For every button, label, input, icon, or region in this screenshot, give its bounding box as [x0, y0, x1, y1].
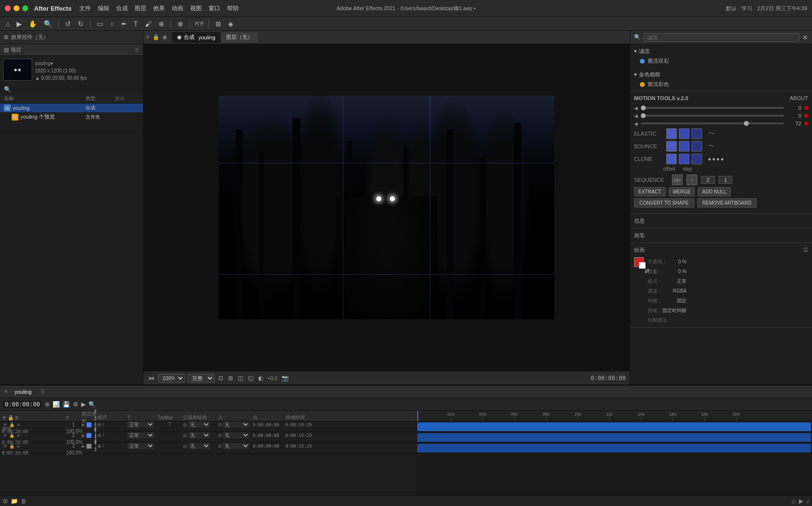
seq-value-2[interactable] — [719, 176, 732, 184]
layer-lock-2[interactable]: 🔓 — [9, 433, 15, 438]
filter-close-btn[interactable]: ✕ — [802, 34, 808, 41]
seq-icon-1[interactable]: ▷▷ — [672, 174, 683, 185]
slider-thumb-3[interactable] — [744, 121, 749, 126]
menu-window[interactable]: 窗口 — [209, 4, 220, 13]
menu-composition[interactable]: 合成 — [116, 4, 128, 13]
layer-eye-2[interactable]: 👁 — [2, 433, 8, 438]
tl-render-btn[interactable]: ▶ — [81, 401, 86, 408]
extract-btn[interactable]: EXTRACT — [634, 187, 666, 196]
switch-fx-1[interactable]: / — [103, 422, 104, 427]
paint-duration-value[interactable]: 固定时间帧 — [662, 306, 687, 315]
slider-track-3[interactable] — [641, 122, 784, 124]
filter-section-header-2[interactable]: ▾ 金色相框 — [634, 70, 808, 80]
tl-folder-btn[interactable]: 📁 — [11, 498, 18, 505]
seq-icon-2[interactable]: ↕ — [687, 174, 697, 185]
bounce-btn-1[interactable] — [666, 141, 677, 152]
paint-material-value[interactable]: 固定 — [677, 297, 687, 305]
maximize-button[interactable] — [22, 5, 28, 11]
slider-thumb-1[interactable] — [641, 105, 646, 110]
clone-btn-1[interactable] — [666, 154, 677, 164]
parent-select-1[interactable]: 无 — [223, 421, 249, 428]
mode-select-3[interactable]: 正常 — [127, 443, 154, 449]
track-bar-2[interactable] — [417, 433, 811, 442]
trkmat-select-2[interactable]: 无 — [188, 432, 210, 438]
parent-select-2[interactable]: 无 — [223, 432, 249, 438]
switch-anchor-1[interactable]: ⊕ — [97, 422, 101, 427]
tl-timecode[interactable]: 0:00:00:00 — [3, 401, 42, 408]
tl-play-btn[interactable]: ▶ — [799, 498, 803, 505]
slider-arrow-left-2[interactable]: ◀ — [634, 113, 638, 119]
tl-audio-btn[interactable]: ♪ — [806, 498, 809, 505]
switch-anchor-2[interactable]: ⊕ — [97, 433, 101, 438]
slider-track-2[interactable] — [641, 115, 784, 117]
mode-select-2[interactable]: 正常 — [127, 432, 154, 438]
layer-row-2[interactable]: 👁 🔓 ⊕ 2 ▶ 图层 6 ⊕ / 正常 — [0, 432, 416, 443]
layer-eye-1[interactable]: 👁 — [2, 422, 8, 428]
trkmat-select-1[interactable]: 无 — [188, 421, 210, 428]
study-label[interactable]: 学习 — [741, 5, 752, 12]
bounce-btn-3[interactable] — [691, 141, 702, 152]
tl-tab-youling[interactable]: youling — [12, 388, 35, 396]
brush-tool[interactable]: 🖌 — [143, 19, 154, 29]
layer-eye-3[interactable]: 👁 — [2, 443, 8, 449]
clone-tool[interactable]: ⊕ — [157, 19, 166, 29]
filter-item-2[interactable]: 菌流彩色 — [634, 80, 808, 89]
viewer-timecode[interactable]: 0:00:00:00 — [591, 375, 626, 382]
puppet-tool[interactable]: ⊗ — [176, 19, 185, 29]
lock-comp-icon[interactable]: 🔒 — [153, 34, 159, 40]
tl-ram-preview[interactable]: ⊕ — [45, 401, 50, 408]
layer-row-1[interactable]: 👁 🔓 ⊕ 1 ▶ 图层 6 拷贝 ⊕ / 正常 — [0, 421, 416, 432]
parent-select-3[interactable]: 无 — [223, 443, 249, 449]
undo-btn[interactable]: ↺ — [63, 19, 73, 29]
merge-btn[interactable]: MERGE — [669, 187, 695, 196]
slider-arrow-left-1[interactable]: ◀ — [634, 105, 638, 111]
convert-to-shape-btn[interactable]: CONVERT TO SHAPE — [634, 198, 694, 208]
bounce-btn-2[interactable] — [679, 141, 689, 152]
viewer-transport-icon[interactable]: ⏮ — [147, 374, 155, 383]
default-label[interactable]: 默认 — [726, 5, 737, 12]
asset-row-subfolder[interactable]: ▤ youling 个预览 文件夹 — [0, 112, 143, 122]
seq-value-1[interactable] — [701, 176, 715, 184]
text-tool[interactable]: T — [132, 19, 140, 29]
swap-colors-icon[interactable]: ⇄ — [645, 268, 649, 272]
shape-ellipse[interactable]: ○ — [108, 19, 116, 29]
elastic-btn-1[interactable] — [666, 128, 677, 139]
tl-search-icon[interactable]: 🔍 — [88, 401, 96, 408]
close-button[interactable] — [5, 5, 11, 11]
elastic-btn-3[interactable] — [691, 128, 702, 139]
add-null-btn[interactable]: ADD NULL — [698, 187, 730, 196]
filter-item-1[interactable]: 菌流双彩 — [634, 56, 808, 66]
layer-lock-1[interactable]: 🔓 — [9, 422, 15, 428]
paint-opacity-value[interactable]: 0 % — [678, 258, 687, 266]
redo-btn[interactable]: ↻ — [76, 19, 86, 29]
mt-about[interactable]: ABOUT — [790, 95, 808, 101]
mode-select-1[interactable]: 正常 — [127, 421, 154, 428]
menu-animation[interactable]: 动画 — [172, 4, 183, 13]
menu-file[interactable]: 文件 — [79, 4, 91, 13]
tab-composition[interactable]: ◉ 合成 youling — [172, 32, 220, 43]
home-tool[interactable]: ⌂ — [4, 19, 12, 29]
track-bar-3[interactable] — [417, 444, 811, 453]
3d-btn[interactable]: ◈ — [226, 19, 235, 29]
paint-channel-value[interactable]: RGBA — [673, 287, 687, 296]
shape-rect[interactable]: ▭ — [95, 19, 105, 29]
paint-menu-icon[interactable]: ☰ — [803, 247, 808, 253]
hand-tool[interactable]: ✋ — [27, 19, 39, 29]
layer-solo-3[interactable]: ⊕ — [16, 443, 21, 449]
zoom-tool[interactable]: 🔍 — [42, 19, 54, 29]
grid-btn[interactable]: ⊞ — [227, 374, 234, 383]
layer-expand-3[interactable]: ▶ — [82, 444, 85, 449]
tl-menu-icon[interactable]: ☰ — [40, 388, 45, 395]
channel-btn[interactable]: ◱ — [247, 374, 254, 383]
tl-save-btn[interactable]: 💾 — [63, 401, 70, 408]
trkmat-select-3[interactable]: 无 — [188, 443, 210, 449]
pen-tool[interactable]: ✒ — [119, 19, 129, 29]
switch-fx-3[interactable]: / — [103, 443, 104, 449]
quality-select[interactable]: 完整 1/2 1/4 — [188, 374, 214, 383]
clone-btn-3[interactable] — [691, 154, 702, 164]
layer-lock-3[interactable]: 🔓 — [9, 443, 15, 449]
traffic-lights[interactable] — [5, 5, 28, 11]
tl-new-comp-btn[interactable]: ⊞ — [3, 498, 8, 505]
close-comp-icon[interactable]: ✕ — [145, 34, 150, 40]
remove-artboard-btn[interactable]: REMOVE ARTBOARD — [697, 198, 757, 208]
